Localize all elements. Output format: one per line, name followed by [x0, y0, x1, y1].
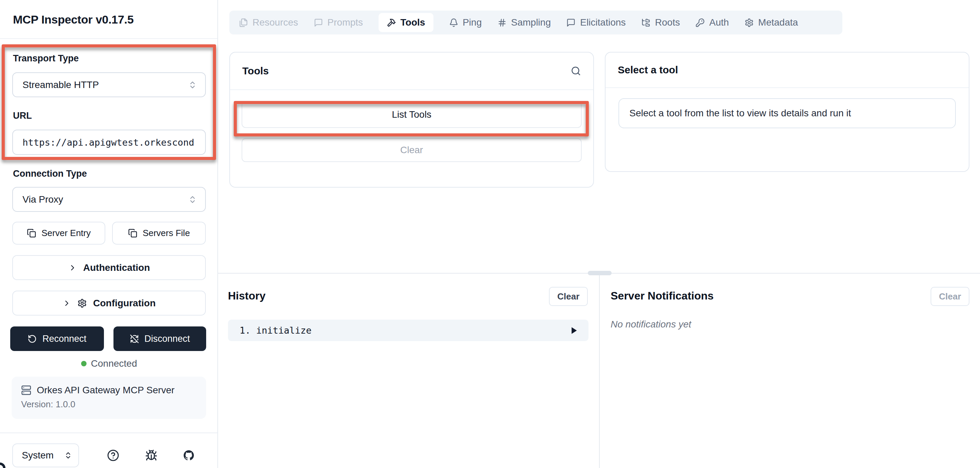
chevron-right-icon	[62, 299, 71, 308]
tab-roots[interactable]: Roots	[641, 17, 680, 28]
status-label: Connected	[91, 358, 137, 369]
search-icon[interactable]	[571, 66, 581, 76]
url-input[interactable]	[12, 129, 206, 155]
github-icon[interactable]	[183, 449, 195, 462]
app-title: MCP Inspector v0.17.5	[13, 13, 134, 26]
hammer-icon	[387, 18, 396, 27]
disconnect-button[interactable]: Disconnect	[113, 326, 206, 351]
help-icon[interactable]	[107, 449, 119, 462]
vertical-splitter[interactable]	[599, 273, 600, 468]
tab-auth[interactable]: Auth	[695, 17, 729, 28]
configuration-label: Configuration	[93, 298, 156, 309]
gear-icon	[745, 18, 754, 27]
gear-icon	[77, 299, 87, 308]
splitter-drag-handle[interactable]	[588, 271, 612, 275]
history-clear-button[interactable]: Clear	[549, 287, 588, 306]
folder-tree-icon	[641, 18, 651, 27]
message-square-icon	[566, 18, 576, 27]
servers-file-label: Servers File	[143, 228, 190, 238]
sidebar-header-divider	[0, 38, 217, 39]
tab-sampling[interactable]: Sampling	[498, 17, 551, 28]
rotate-ccw-icon	[28, 334, 37, 343]
servers-file-button[interactable]: Servers File	[112, 222, 206, 244]
chevron-right-icon	[68, 264, 77, 272]
reconnect-button[interactable]: Reconnect	[10, 326, 104, 351]
sidebar: MCP Inspector v0.17.5 Transport Type Str…	[0, 0, 218, 468]
connection-type-label: Connection Type	[13, 169, 87, 179]
server-name: Orkes API Gateway MCP Server	[37, 385, 175, 396]
files-icon	[239, 18, 248, 27]
list-tools-button[interactable]: List Tools	[242, 101, 582, 128]
mcp-inspector-app: MCP Inspector v0.17.5 Transport Type Str…	[0, 0, 980, 468]
chevrons-up-down-icon	[64, 451, 72, 460]
copy-icon	[27, 228, 36, 238]
key-icon	[695, 18, 705, 27]
tab-metadata[interactable]: Metadata	[745, 17, 798, 28]
capability-tabs: Resources Prompts Tools Ping Sampling El…	[229, 11, 842, 34]
select-tool-title: Select a tool	[618, 64, 678, 76]
select-tool-panel: Select a tool Select a tool from the lis…	[605, 52, 969, 172]
notifications-clear-button[interactable]: Clear	[931, 287, 969, 306]
disconnect-label: Disconnect	[145, 334, 190, 344]
expand-play-icon[interactable]	[570, 326, 578, 335]
bell-icon	[449, 18, 458, 27]
connection-status: Connected	[0, 358, 218, 369]
message-square-icon	[314, 18, 323, 27]
clear-tools-button[interactable]: Clear	[242, 138, 582, 162]
tools-panel-title: Tools	[242, 65, 269, 77]
tab-elicitations[interactable]: Elicitations	[566, 17, 625, 28]
copy-icon	[128, 228, 137, 238]
server-entry-button[interactable]: Server Entry	[12, 222, 105, 244]
tab-ping[interactable]: Ping	[449, 17, 482, 28]
screen-corner-artifact	[0, 463, 5, 468]
notifications-empty-text: No notifications yet	[611, 319, 691, 330]
transport-type-select[interactable]: Streamable HTTP	[12, 72, 206, 97]
url-label: URL	[13, 110, 32, 121]
theme-select[interactable]: System	[12, 444, 79, 467]
history-title: History	[228, 290, 266, 302]
chevrons-up-down-icon	[188, 195, 197, 204]
notifications-title: Server Notifications	[611, 290, 714, 302]
refresh-off-icon	[130, 334, 139, 343]
connection-type-select[interactable]: Via Proxy	[12, 187, 206, 212]
chevrons-up-down-icon	[188, 80, 197, 89]
bug-icon[interactable]	[145, 449, 158, 462]
reconnect-label: Reconnect	[42, 334, 86, 344]
tab-resources[interactable]: Resources	[239, 17, 298, 28]
theme-value: System	[22, 450, 54, 461]
connection-type-value: Via Proxy	[22, 194, 63, 205]
tools-panel: Tools List Tools Clear	[229, 52, 594, 188]
status-dot-icon	[81, 361, 87, 366]
server-icon	[21, 385, 31, 395]
server-entry-label: Server Entry	[41, 228, 91, 238]
transport-type-label: Transport Type	[13, 53, 79, 64]
hash-icon	[498, 18, 507, 27]
sidebar-footer-divider	[0, 433, 218, 433]
transport-type-value: Streamable HTTP	[22, 80, 99, 90]
tab-prompts[interactable]: Prompts	[314, 17, 363, 28]
select-tool-hint: Select a tool from the list to view its …	[619, 98, 956, 128]
history-item-initialize[interactable]: 1. initialize	[228, 319, 589, 341]
authentication-expander[interactable]: Authentication	[12, 255, 206, 280]
server-info-card: Orkes API Gateway MCP Server Version: 1.…	[11, 377, 206, 419]
authentication-label: Authentication	[83, 262, 150, 273]
server-version: Version: 1.0.0	[21, 399, 197, 410]
configuration-expander[interactable]: Configuration	[12, 291, 206, 316]
tab-tools[interactable]: Tools	[379, 13, 433, 32]
